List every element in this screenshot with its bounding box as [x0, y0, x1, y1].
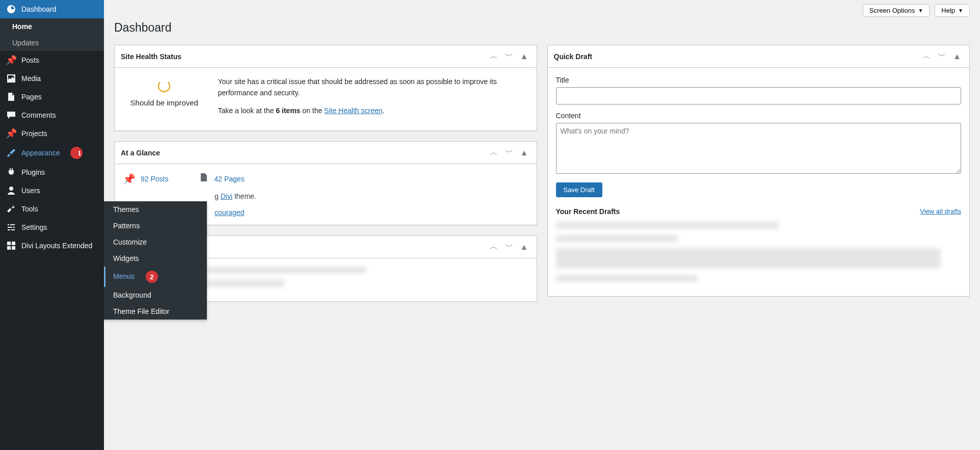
- flyout-label: Menus: [113, 272, 135, 280]
- glance-posts[interactable]: 📌 92 Posts: [123, 172, 168, 185]
- sidebar-subitem-home[interactable]: Home: [0, 18, 104, 35]
- admin-sidebar: Dashboard Home Updates 📌 Posts Media Pag…: [0, 0, 104, 450]
- sidebar-item-divi-layouts[interactable]: Divi Layouts Extended: [0, 236, 104, 255]
- plugins-icon: [6, 167, 16, 177]
- sidebar-label: Appearance: [21, 149, 60, 157]
- page-title: Dashboard: [114, 21, 970, 35]
- toggle-panel-icon[interactable]: ▲: [518, 50, 531, 63]
- sidebar-label: Plugins: [21, 168, 45, 176]
- site-health-message: Your site has a critical issue that shou…: [218, 76, 528, 122]
- flyout-item-widgets[interactable]: Widgets: [104, 250, 207, 267]
- appearance-flyout: Themes Patterns Customize Widgets Menus …: [104, 201, 207, 320]
- site-health-link-line: Take a look at the 6 items on the Site H…: [218, 105, 528, 116]
- pages-icon: [199, 172, 209, 185]
- save-draft-button[interactable]: Save Draft: [556, 182, 602, 197]
- brush-icon: [6, 148, 16, 158]
- view-all-drafts-link[interactable]: View all drafts: [920, 207, 961, 215]
- flyout-item-menus[interactable]: Menus 2: [104, 267, 207, 287]
- glance-pages[interactable]: 42 Pages: [199, 172, 244, 185]
- pin-icon: 📌: [6, 55, 16, 65]
- sidebar-item-media[interactable]: Media: [0, 69, 104, 88]
- sidebar-item-tools[interactable]: Tools: [0, 200, 104, 218]
- postbox-header: Site Health Status ︿ ﹀ ▲: [115, 45, 537, 68]
- recent-drafts-heading: Your Recent Drafts: [556, 207, 620, 216]
- title-label: Title: [556, 76, 962, 84]
- pin-icon: 📌: [123, 173, 136, 185]
- move-up-icon[interactable]: ︿: [488, 147, 500, 159]
- move-down-icon[interactable]: ﹀: [503, 147, 515, 159]
- sidebar-label: Posts: [21, 56, 39, 64]
- site-health-body: Should be improved Your site has a criti…: [115, 68, 537, 130]
- sidebar-label: Settings: [21, 223, 47, 231]
- flyout-item-theme-file-editor[interactable]: Theme File Editor: [104, 303, 207, 320]
- site-health-postbox: Site Health Status ︿ ﹀ ▲ Should be impro…: [114, 45, 537, 131]
- site-health-text: Your site has a critical issue that shou…: [218, 76, 528, 99]
- sidebar-label: Comments: [21, 111, 56, 119]
- sidebar-item-posts[interactable]: 📌 Posts: [0, 51, 104, 69]
- sidebar-item-appearance[interactable]: Appearance 1: [0, 143, 104, 163]
- help-label: Help: [941, 7, 955, 14]
- postbox-actions: ︿ ﹀ ▲: [488, 147, 531, 159]
- glance-theme-line: g Divi theme.: [123, 192, 528, 200]
- topbar: Screen Options ▼ Help ▼: [114, 0, 970, 17]
- move-down-icon[interactable]: ﹀: [503, 50, 515, 63]
- settings-icon: [6, 222, 16, 232]
- annotation-badge-2: 2: [146, 271, 158, 283]
- annotation-badge-1: 1: [70, 147, 83, 159]
- glance-pages-count: 42 Pages: [214, 175, 244, 183]
- theme-link[interactable]: Divi: [221, 192, 232, 200]
- quick-draft-title: Quick Draft: [554, 52, 592, 61]
- screen-options-button[interactable]: Screen Options ▼: [863, 4, 930, 17]
- site-health-screen-link[interactable]: Site Health screen: [324, 107, 382, 115]
- discouraged-link[interactable]: couraged: [215, 208, 244, 217]
- glance-posts-count: 92 Posts: [141, 175, 168, 183]
- sidebar-item-dashboard[interactable]: Dashboard: [0, 0, 104, 18]
- sidebar-item-plugins[interactable]: Plugins: [0, 163, 104, 181]
- move-up-icon[interactable]: ︿: [920, 50, 933, 63]
- comments-icon: [6, 110, 16, 120]
- sidebar-item-users[interactable]: Users: [0, 181, 104, 200]
- users-icon: [6, 186, 16, 196]
- sidebar-item-settings[interactable]: Settings: [0, 218, 104, 236]
- chevron-down-icon: ▼: [918, 8, 923, 13]
- flyout-item-themes[interactable]: Themes: [104, 201, 207, 218]
- at-a-glance-title: At a Glance: [121, 149, 160, 157]
- draft-title-input[interactable]: [556, 87, 962, 104]
- sidebar-subitem-updates[interactable]: Updates: [0, 35, 104, 51]
- site-health-status: Should be improved: [123, 98, 206, 107]
- move-up-icon[interactable]: ︿: [488, 50, 500, 63]
- site-health-title: Site Health Status: [121, 52, 181, 61]
- sidebar-label: Tools: [21, 205, 38, 213]
- sidebar-item-projects[interactable]: 📌 Projects: [0, 124, 104, 143]
- sidebar-item-comments[interactable]: Comments: [0, 106, 104, 124]
- media-icon: [6, 73, 16, 84]
- site-health-indicator: Should be improved: [123, 76, 206, 107]
- sidebar-label: Users: [21, 187, 40, 195]
- postbox-header: At a Glance ︿ ﹀ ▲: [115, 142, 537, 164]
- layouts-icon: [6, 241, 16, 251]
- tools-icon: [6, 204, 16, 214]
- sidebar-item-pages[interactable]: Pages: [0, 88, 104, 106]
- toggle-panel-icon[interactable]: ▲: [951, 50, 963, 63]
- postbox-actions: ︿ ﹀ ▲: [920, 50, 963, 63]
- sidebar-label: Dashboard: [21, 5, 57, 13]
- right-column: Quick Draft ︿ ﹀ ▲ Title Content Save Dra…: [547, 45, 970, 312]
- move-down-icon[interactable]: ﹀: [936, 50, 948, 63]
- help-button[interactable]: Help ▼: [935, 4, 970, 17]
- flyout-item-customize[interactable]: Customize: [104, 234, 207, 250]
- flyout-item-patterns[interactable]: Patterns: [104, 218, 207, 234]
- move-up-icon[interactable]: ︿: [488, 241, 500, 253]
- toggle-panel-icon[interactable]: ▲: [518, 241, 531, 253]
- draft-content-input[interactable]: [556, 123, 962, 174]
- quick-draft-postbox: Quick Draft ︿ ﹀ ▲ Title Content Save Dra…: [547, 45, 970, 297]
- spinner-icon: [158, 80, 170, 92]
- toggle-panel-icon[interactable]: ▲: [518, 147, 531, 159]
- postbox-header: Quick Draft ︿ ﹀ ▲: [548, 45, 970, 68]
- main-content: Screen Options ▼ Help ▼ Dashboard Site H…: [104, 0, 980, 450]
- content-label: Content: [556, 112, 962, 120]
- quick-draft-body: Title Content Save Draft Your Recent Dra…: [548, 68, 970, 296]
- move-down-icon[interactable]: ﹀: [503, 241, 515, 253]
- flyout-item-background[interactable]: Background: [104, 287, 207, 303]
- pin-icon: 📌: [6, 128, 16, 139]
- dashboard-submenu: Home Updates: [0, 18, 104, 51]
